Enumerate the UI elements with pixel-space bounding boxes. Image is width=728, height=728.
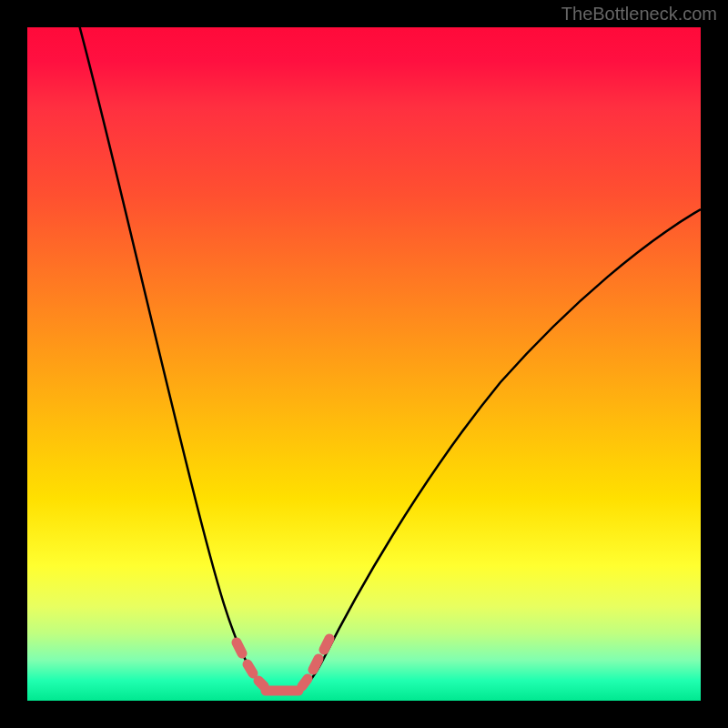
bottleneck-curve <box>27 27 701 701</box>
chart-plot-area <box>27 27 701 701</box>
watermark-text: TheBottleneck.com <box>561 4 717 25</box>
